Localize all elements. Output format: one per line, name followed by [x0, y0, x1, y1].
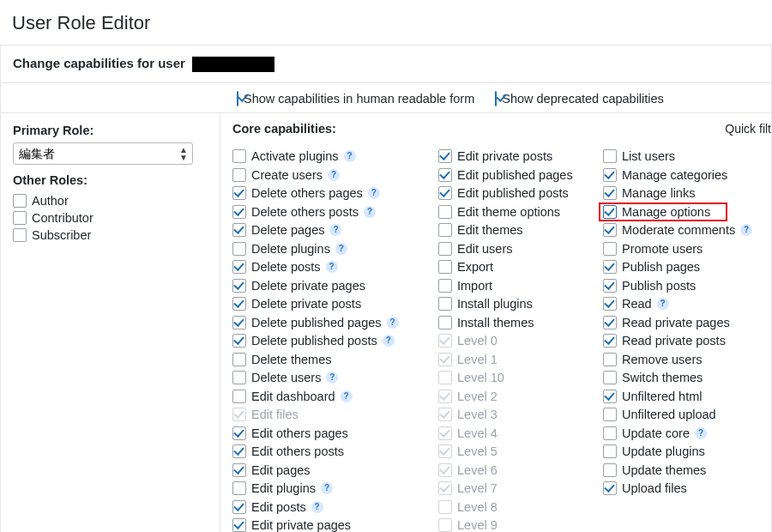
capability-level-8: Level 8	[438, 499, 589, 516]
capability-edit-themes[interactable]: Edit themes	[438, 221, 589, 239]
capability-unfiltered-html[interactable]: Unfiltered html	[603, 388, 766, 405]
capability-delete-private-posts[interactable]: Delete private posts	[232, 295, 425, 312]
capability-publish-pages[interactable]: Publish pages	[603, 258, 766, 275]
capability-update-plugins[interactable]: Update plugins	[603, 443, 766, 460]
display-options-row: Show capabilities in human readable form…	[1, 83, 771, 113]
help-icon[interactable]: ?	[657, 298, 669, 310]
capability-level-9: Level 9	[438, 517, 589, 532]
capability-label: Edit themes	[457, 221, 523, 239]
checkbox-icon	[232, 463, 246, 477]
human-readable-toggle[interactable]: Show capabilities in human readable form	[237, 92, 478, 106]
capability-delete-private-pages[interactable]: Delete private pages	[232, 277, 425, 294]
core-caps-heading: Core capabilities:	[232, 122, 771, 136]
help-icon[interactable]: ?	[328, 169, 340, 181]
capability-edit-plugins[interactable]: Edit plugins?	[232, 480, 425, 497]
capability-manage-links[interactable]: Manage links	[603, 184, 766, 202]
capability-remove-users[interactable]: Remove users	[603, 351, 766, 368]
help-icon[interactable]: ?	[387, 317, 399, 329]
checkbox-icon	[232, 426, 246, 440]
capability-update-themes[interactable]: Update themes	[603, 462, 766, 479]
help-icon[interactable]: ?	[368, 187, 380, 199]
capability-create-users[interactable]: Create users?	[232, 166, 425, 184]
capability-update-core[interactable]: Update core?	[603, 425, 766, 442]
checkbox-icon	[438, 463, 452, 477]
capability-edit-published-posts[interactable]: Edit published posts	[438, 184, 589, 202]
checkbox-icon	[603, 334, 617, 348]
help-icon[interactable]: ?	[326, 261, 338, 273]
capability-edit-others-posts[interactable]: Edit others posts	[232, 443, 425, 460]
capability-list-users[interactable]: List users	[603, 148, 766, 165]
capability-delete-others-pages[interactable]: Delete others pages?	[232, 184, 425, 202]
capability-edit-pages[interactable]: Edit pages	[232, 462, 425, 479]
capability-unfiltered-upload[interactable]: Unfiltered upload	[603, 406, 766, 423]
capability-promote-users[interactable]: Promote users	[603, 240, 766, 257]
capability-import[interactable]: Import	[438, 277, 589, 294]
capability-label: Level 9	[457, 517, 498, 532]
capability-activate-plugins[interactable]: Activate plugins?	[232, 148, 425, 165]
capability-delete-published-posts[interactable]: Delete published posts?	[232, 332, 425, 349]
capability-label: Delete private posts	[251, 295, 361, 312]
capability-label: Edit posts	[251, 499, 306, 516]
capability-delete-plugins[interactable]: Delete plugins?	[232, 240, 425, 257]
capability-read-private-pages[interactable]: Read private pages	[603, 314, 766, 331]
capability-delete-posts[interactable]: Delete posts?	[232, 258, 425, 275]
help-icon[interactable]: ?	[335, 243, 347, 255]
capability-level-1: Level 1	[438, 351, 589, 368]
capability-manage-categories[interactable]: Manage categories	[603, 166, 766, 184]
capability-install-plugins[interactable]: Install plugins	[438, 295, 589, 312]
capability-export[interactable]: Export	[438, 258, 589, 275]
capability-read-private-posts[interactable]: Read private posts	[603, 332, 766, 349]
capability-edit-users[interactable]: Edit users	[438, 240, 589, 257]
capability-contributor[interactable]: Contributor	[13, 209, 209, 227]
capability-edit-private-pages[interactable]: Edit private pages	[232, 517, 425, 532]
help-icon[interactable]: ?	[311, 501, 323, 513]
help-icon[interactable]: ?	[740, 224, 752, 236]
help-icon[interactable]: ?	[329, 224, 341, 236]
capability-label: Edit theme options	[457, 203, 560, 221]
capability-edit-published-pages[interactable]: Edit published pages	[438, 166, 589, 184]
help-icon[interactable]: ?	[383, 335, 395, 347]
capability-switch-themes[interactable]: Switch themes	[603, 369, 766, 386]
capability-label: Manage categories	[622, 166, 727, 184]
help-icon[interactable]: ?	[364, 206, 376, 218]
capability-delete-others-posts[interactable]: Delete others posts?	[232, 203, 425, 221]
checkbox-icon	[232, 353, 246, 366]
checkbox-icon	[232, 260, 246, 274]
capability-level-10: Level 10	[438, 369, 589, 386]
capability-install-themes[interactable]: Install themes	[438, 314, 589, 331]
capability-manage-options[interactable]: Manage options	[603, 203, 766, 221]
help-icon[interactable]: ?	[326, 372, 338, 384]
help-icon[interactable]: ?	[344, 150, 356, 162]
capability-delete-users[interactable]: Delete users?	[232, 369, 425, 386]
capability-label: Unfiltered html	[622, 388, 702, 405]
capability-delete-themes[interactable]: Delete themes	[232, 351, 425, 368]
capability-publish-posts[interactable]: Publish posts	[603, 277, 766, 294]
capability-label: Edit private posts	[457, 148, 552, 165]
capability-author[interactable]: Author	[13, 192, 209, 209]
capability-edit-posts[interactable]: Edit posts?	[232, 499, 425, 516]
checkbox-icon	[13, 228, 27, 242]
capabilities-panel: Change capabilities for user Show capabi…	[0, 45, 772, 532]
capability-edit-others-pages[interactable]: Edit others pages	[232, 425, 425, 442]
capability-edit-dashboard[interactable]: Edit dashboard?	[232, 388, 425, 405]
capability-label: Level 7	[457, 480, 498, 497]
primary-role-select[interactable]: 編集者	[13, 142, 193, 165]
help-icon[interactable]: ?	[321, 482, 333, 494]
capability-delete-published-pages[interactable]: Delete published pages?	[232, 314, 425, 331]
help-icon[interactable]: ?	[341, 390, 353, 402]
checkbox-icon	[232, 444, 246, 458]
capability-label: Read	[622, 295, 652, 312]
capability-edit-theme-options[interactable]: Edit theme options	[438, 203, 589, 221]
checkbox-icon	[438, 390, 452, 403]
capability-subscriber[interactable]: Subscriber	[13, 227, 209, 244]
capability-edit-private-posts[interactable]: Edit private posts	[438, 148, 589, 165]
help-icon[interactable]: ?	[695, 427, 707, 439]
capability-delete-pages[interactable]: Delete pages?	[232, 221, 425, 239]
deprecated-toggle[interactable]: Show deprecated capabilities	[495, 92, 664, 106]
capability-upload-files[interactable]: Upload files	[603, 480, 766, 497]
capability-label: Level 0	[457, 332, 498, 349]
capability-read[interactable]: Read?	[603, 295, 766, 312]
capability-level-2: Level 2	[438, 388, 589, 405]
capability-moderate-comments[interactable]: Moderate comments?	[603, 221, 766, 239]
capability-label: Delete users	[251, 369, 321, 386]
